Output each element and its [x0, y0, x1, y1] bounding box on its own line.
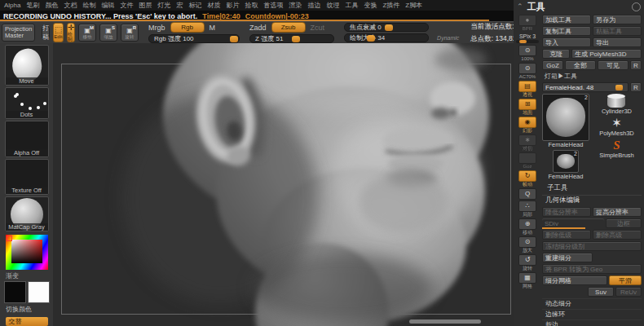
shelf-button[interactable]: ∗ 对切 [517, 134, 538, 152]
tool-thumb-femalehead-large[interactable]: 2 FemaleHead [542, 94, 589, 148]
menu-item[interactable]: 文件 [120, 1, 133, 10]
slider-handle[interactable] [230, 36, 238, 42]
goz-r-button[interactable]: R [630, 60, 642, 70]
menu-item[interactable]: 变换 [364, 1, 377, 10]
transform-mode-button[interactable]: M ▣ 移动 [78, 24, 96, 42]
menu-item[interactable]: 首选项 [263, 1, 283, 10]
shelf-button[interactable]: ↺ 旋转 [517, 254, 538, 271]
switch-color-label[interactable]: 切换颜色 [6, 305, 32, 314]
del-higher-button[interactable]: 删除高级 [593, 230, 642, 240]
lower-res-button[interactable]: 降低分辨率 [542, 207, 591, 217]
shelf-button[interactable]: Q [517, 188, 538, 200]
convert-bpr-to-geo-button[interactable]: 将 BPR 转换为 Geo [542, 264, 642, 274]
del-lower-button[interactable]: 删除低级 [542, 230, 591, 240]
slider-handle[interactable] [385, 24, 393, 31]
alt-color-button[interactable]: 交替 [6, 317, 48, 326]
shelf-button[interactable]: ⊞ 地面 [517, 99, 538, 116]
mrgb-toggle[interactable]: Mrgb [148, 24, 165, 32]
zsub-toggle[interactable]: Zsub [271, 22, 306, 33]
menu-item[interactable]: 灯光 [157, 1, 170, 10]
focal-shift-slider[interactable]: 焦点衰减 0 [344, 23, 429, 32]
menu-item[interactable]: 宏 [176, 1, 183, 10]
goz-all-button[interactable]: 全部 [565, 60, 596, 70]
gradient-label[interactable]: 渐变 [6, 271, 19, 280]
draw-size-slider[interactable]: 绘制大小 34 [344, 33, 429, 42]
subtool-section-header[interactable]: 子工具 [542, 182, 642, 193]
goz-visible-button[interactable]: 可见 [598, 60, 629, 70]
menu-item[interactable]: 文档 [64, 1, 77, 10]
draw-mode-button[interactable]: ✛ 绘制 [67, 23, 75, 42]
divide-button[interactable]: 细分网格 [542, 275, 607, 285]
main-color-swatch[interactable] [4, 281, 26, 303]
copy-tool-button[interactable]: 复制工具 [542, 26, 591, 36]
shelf-button[interactable]: ⊙ 放大 [517, 236, 538, 253]
shelf-button[interactable]: ⊙ 100% [517, 45, 538, 62]
active-tool-slider[interactable]: FemaleHead. 48 [542, 82, 629, 92]
import-button[interactable]: 导入 [542, 37, 591, 47]
sculpt-model[interactable] [53, 43, 514, 326]
current-stroke-selector[interactable]: Dots [5, 87, 49, 120]
reconstruct-subdiv-button[interactable]: 重建细分 [542, 253, 593, 262]
menu-item[interactable]: 材质 [207, 1, 220, 10]
transform-mode-button[interactable]: R ▣ 旋转 [121, 24, 139, 42]
tool-thumb-simplebrush[interactable]: S SimpleBrush [599, 139, 634, 159]
load-tool-button[interactable]: 加载工具 [542, 15, 591, 24]
menu-item[interactable]: 绘制 [82, 1, 95, 10]
palette-menu-icon[interactable] [632, 2, 641, 11]
collapsed-section-header[interactable]: 动态细分 [542, 298, 642, 307]
edit-mode-button[interactable]: ⬚ Edit [53, 23, 63, 42]
lightbox-tool-link[interactable]: 灯箱▶工具 [542, 72, 642, 81]
menu-item[interactable]: 纹理 [326, 1, 339, 10]
tool-palette-header[interactable]: ⌃ 工具 [514, 0, 644, 13]
zcut-toggle[interactable]: Zcut [311, 24, 325, 32]
menu-item[interactable]: Alpha [4, 2, 20, 9]
shelf-button[interactable]: ▦ 网格 [517, 272, 538, 289]
cage-button[interactable]: 边框 [606, 218, 642, 228]
rgb-toggle[interactable]: Rgb [170, 22, 205, 33]
shelf-button[interactable]: ↻ 帧动 [517, 170, 538, 187]
paste-tool-button[interactable]: 粘贴工具 [593, 26, 642, 36]
tool-thumb-femalehead-small[interactable]: 2 FemaleHead [542, 150, 589, 180]
freeze-subdivision-button[interactable]: 冻结细分级别 [542, 241, 642, 251]
collapse-chevron-icon[interactable]: ⌃ [517, 2, 523, 11]
shelf-button[interactable]: ◉ 幻影 [517, 117, 538, 134]
menu-item[interactable]: Z插件 [382, 1, 399, 10]
menu-item[interactable]: 工具 [345, 1, 358, 10]
menu-item[interactable]: 图层 [139, 1, 152, 10]
menu-item[interactable]: 渲染 [289, 1, 302, 10]
save-as-button[interactable]: 另存为 [593, 15, 642, 24]
reuv-toggle[interactable]: ReUv [615, 287, 642, 297]
geometry-section-header[interactable]: 几何体编辑 [542, 195, 642, 205]
shelf-button[interactable]: ⊕ 移动 [517, 218, 538, 236]
menu-item[interactable]: 笔刷 [26, 1, 39, 10]
shelf-button[interactable]: ▤ 透视 [517, 81, 538, 98]
saturation-value-square[interactable] [11, 240, 42, 263]
smooth-toggle[interactable]: 平滑 [609, 275, 642, 285]
slider-handle[interactable] [367, 35, 375, 42]
collapsed-section-header[interactable]: 折边 [542, 319, 642, 326]
clone-button[interactable]: 克隆 [542, 49, 570, 59]
current-brush-selector[interactable]: Move [5, 45, 49, 86]
m-toggle[interactable]: M [210, 24, 216, 32]
current-texture-selector[interactable]: Texture Off [5, 159, 49, 196]
color-picker[interactable] [6, 235, 48, 270]
tool-r-button[interactable]: R [630, 82, 642, 92]
current-alpha-selector[interactable]: Alpha Off [5, 121, 49, 157]
tool-thumb-cylinder3d[interactable]: Cylinder3D [602, 94, 632, 115]
draft-button[interactable]: 打稿 [42, 26, 50, 39]
transform-mode-button[interactable]: S ▣ 缩放 [99, 24, 117, 42]
higher-res-button[interactable]: 提高分辨率 [593, 207, 642, 217]
menu-item[interactable]: 标记 [188, 1, 201, 10]
slider-handle[interactable] [292, 36, 300, 42]
bpr-button[interactable]: ● BPR [517, 15, 538, 32]
zadd-toggle[interactable]: Zadd [249, 24, 267, 32]
menu-item[interactable]: 编辑 [101, 1, 114, 10]
z-intensity-slider[interactable]: Z 强度 51 [249, 34, 334, 43]
export-button[interactable]: 导出 [593, 37, 642, 47]
make-polymesh3d-button[interactable]: 生成 PolyMesh3D [571, 49, 642, 59]
projection-master-button[interactable]: Projection Master [2, 24, 35, 42]
sculpt-canvas[interactable] [53, 43, 514, 326]
rgb-intensity-slider[interactable]: Rgb 强度 100 [148, 34, 240, 43]
menu-item[interactable]: 描边 [307, 1, 320, 10]
secondary-color-swatch[interactable] [28, 281, 50, 303]
